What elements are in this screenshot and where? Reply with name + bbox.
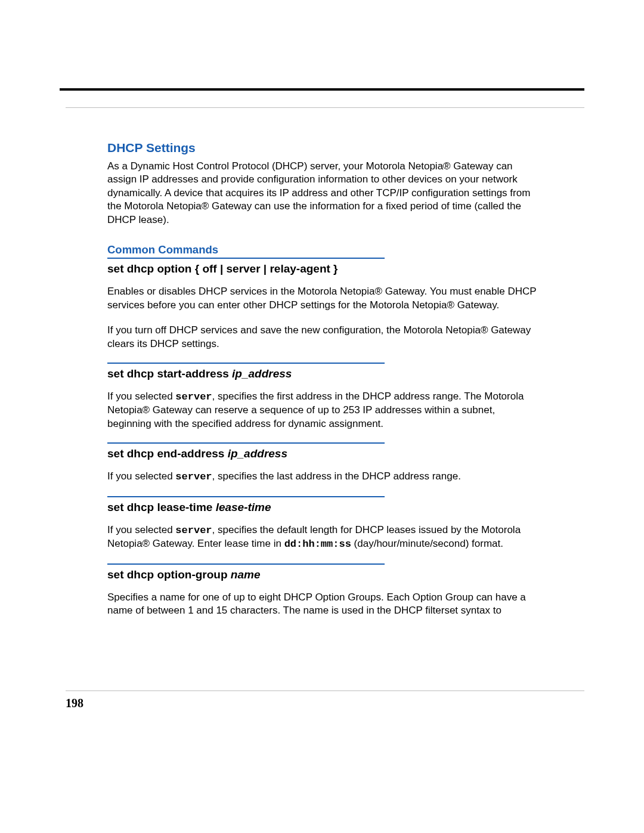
- cmd-head-arg: ip_address: [228, 447, 287, 460]
- blue-rule: [107, 363, 385, 364]
- footer-hairline: [66, 690, 584, 691]
- cmd-paragraph: If you selected server, specifies the de…: [107, 524, 537, 552]
- mono-run: server: [175, 471, 212, 482]
- cmd-paragraph: Enables or disables DHCP services in the…: [107, 285, 537, 312]
- cmd-head-prefix: set dhcp lease-time: [107, 501, 216, 513]
- cmd-head-prefix: set dhcp start-address: [107, 367, 232, 380]
- cmd-paragraph: If you turn off DHCP services and save t…: [107, 324, 537, 351]
- text-run: (day/hour/minute/second) format.: [351, 538, 503, 549]
- cmd-head-arg: name: [231, 568, 261, 581]
- cmd-head-arg: ip_address: [232, 367, 292, 380]
- text-run: If you selected: [107, 470, 175, 482]
- page-number: 198: [66, 696, 83, 710]
- cmd-heading: set dhcp option { off | server | relay-a…: [107, 262, 537, 275]
- cmd-paragraph: If you selected server, specifies the la…: [107, 470, 537, 484]
- cmd-head-prefix: set dhcp end-address: [107, 447, 228, 460]
- blue-rule: [107, 442, 385, 444]
- text-run: , specifies the last address in the DHCP…: [212, 470, 461, 482]
- cmd-heading: set dhcp start-address ip_address: [107, 367, 537, 380]
- blue-rule: [107, 563, 385, 565]
- mono-run: server: [175, 391, 212, 402]
- mono-run: dd:hh:mm:ss: [284, 538, 351, 550]
- section-title: DHCP Settings: [107, 141, 537, 155]
- top-thick-rule: [60, 88, 584, 91]
- top-hairline: [66, 107, 584, 108]
- cmd-heading: set dhcp lease-time lease-time: [107, 501, 537, 514]
- text-run: If you selected: [107, 391, 175, 402]
- cmd-head-prefix: set dhcp option-group: [107, 568, 231, 581]
- text-run: If you selected: [107, 524, 175, 535]
- cmd-head-arg: lease-time: [216, 501, 271, 513]
- cmd-paragraph: If you selected server, specifies the fi…: [107, 390, 537, 431]
- cmd-paragraph: Specifies a name for one of up to eight …: [107, 591, 537, 618]
- blue-rule: [107, 258, 385, 259]
- page: DHCP Settings As a Dynamic Host Control …: [0, 0, 644, 833]
- cmd-heading: set dhcp end-address ip_address: [107, 447, 537, 460]
- content-block: DHCP Settings As a Dynamic Host Control …: [107, 141, 537, 629]
- mono-run: server: [175, 525, 212, 536]
- subsection-title: Common Commands: [107, 243, 537, 256]
- blue-rule: [107, 496, 385, 497]
- intro-paragraph: As a Dynamic Host Control Protocol (DHCP…: [107, 160, 537, 227]
- cmd-heading: set dhcp option-group name: [107, 568, 537, 581]
